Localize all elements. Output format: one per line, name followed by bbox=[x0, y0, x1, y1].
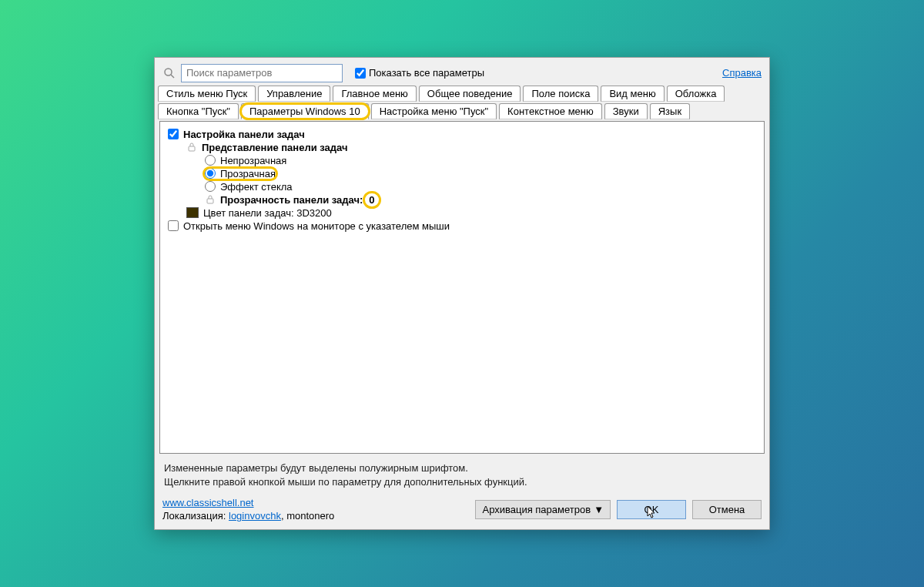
tabs-row-1: Стиль меню Пуск Управление Главное меню … bbox=[158, 86, 766, 102]
color-swatch[interactable] bbox=[186, 207, 199, 218]
tab-skin[interactable]: Обложка bbox=[667, 86, 725, 102]
help-link[interactable]: Справка bbox=[722, 67, 762, 79]
taskbar-settings-checkbox[interactable]: Настройка панели задач bbox=[168, 128, 756, 141]
ok-button[interactable]: OK bbox=[617, 500, 686, 519]
site-link[interactable]: www.classicshell.net bbox=[162, 497, 334, 508]
transparency-row[interactable]: Прозрачность панели задач: 0 bbox=[168, 193, 756, 206]
radio-glass-label: Эффект стекла bbox=[220, 181, 293, 193]
hint-line-1: Измененные параметры будут выделены полу… bbox=[164, 461, 760, 475]
hint-line-2: Щелкните правой кнопкой мыши по параметр… bbox=[164, 475, 760, 489]
top-bar: Показать все параметры Справка bbox=[155, 58, 769, 86]
taskbar-settings-label: Настройка панели задач bbox=[183, 129, 305, 140]
settings-window: Показать все параметры Справка Стиль мен… bbox=[154, 57, 770, 530]
search-icon bbox=[162, 66, 176, 80]
radio-transparent-row[interactable]: Прозрачная bbox=[168, 167, 756, 180]
svg-rect-3 bbox=[207, 199, 213, 203]
show-all-label: Показать все параметры bbox=[369, 67, 484, 79]
cancel-button[interactable]: Отмена bbox=[692, 500, 762, 519]
radio-opaque[interactable] bbox=[205, 155, 216, 166]
tab-windows10-settings[interactable]: Параметры Windows 10 bbox=[241, 103, 369, 119]
tab-context-menu[interactable]: Контекстное меню bbox=[499, 103, 602, 119]
taskbar-view-group: Представление панели задач bbox=[168, 141, 756, 154]
radio-glass[interactable] bbox=[205, 181, 216, 192]
lock-icon bbox=[186, 142, 197, 153]
svg-rect-2 bbox=[189, 146, 195, 151]
tab-main-menu[interactable]: Главное меню bbox=[333, 86, 416, 102]
tab-control[interactable]: Управление bbox=[258, 86, 330, 102]
tab-sounds[interactable]: Звуки bbox=[604, 103, 648, 119]
footer-buttons: Архивация параметров ▼ OK Отмена bbox=[475, 500, 762, 519]
footer: www.classicshell.net Локализация: loginv… bbox=[155, 494, 769, 529]
tab-start-button[interactable]: Кнопка "Пуск" bbox=[158, 103, 239, 119]
tab-menu-look[interactable]: Вид меню bbox=[601, 86, 664, 102]
open-on-monitor-checkbox[interactable] bbox=[168, 220, 179, 231]
open-on-monitor-row[interactable]: Открыть меню Windows на мониторе с указа… bbox=[168, 220, 756, 233]
tab-general-behavior[interactable]: Общее поведение bbox=[419, 86, 521, 102]
radio-transparent-label: Прозрачная bbox=[220, 168, 276, 179]
backup-dropdown[interactable]: Архивация параметров ▼ bbox=[475, 500, 611, 519]
localization-tail: , montonero bbox=[281, 510, 334, 522]
hint-text: Измененные параметры будут выделены полу… bbox=[155, 454, 769, 494]
tab-language[interactable]: Язык bbox=[650, 103, 690, 119]
show-all-checkbox[interactable]: Показать все параметры bbox=[355, 67, 484, 79]
ok-button-label: OK bbox=[644, 504, 659, 515]
taskbar-color-row[interactable]: Цвет панели задач: 3D3200 bbox=[168, 206, 756, 220]
backup-dropdown-label: Архивация параметров bbox=[482, 504, 591, 515]
tabs-row-2: Кнопка "Пуск" Параметры Windows 10 Настр… bbox=[158, 103, 766, 119]
radio-glass-row[interactable]: Эффект стекла bbox=[168, 180, 756, 193]
taskbar-view-label: Представление панели задач bbox=[202, 142, 348, 153]
transparency-label: Прозрачность панели задач: bbox=[220, 194, 363, 206]
svg-point-0 bbox=[165, 69, 172, 75]
localization-line: Локализация: loginvovchk, montonero bbox=[162, 510, 334, 522]
svg-line-1 bbox=[171, 75, 174, 78]
tab-start-menu-style[interactable]: Стиль меню Пуск bbox=[158, 86, 256, 102]
taskbar-settings-checkbox-input[interactable] bbox=[168, 129, 179, 139]
lock-icon bbox=[205, 194, 216, 205]
tab-start-menu-config[interactable]: Настройка меню "Пуск" bbox=[371, 103, 497, 119]
tab-search-box[interactable]: Поле поиска bbox=[523, 86, 598, 102]
settings-tree: Настройка панели задач Представление пан… bbox=[159, 121, 765, 454]
show-all-checkbox-input[interactable] bbox=[355, 68, 366, 79]
tabs: Стиль меню Пуск Управление Главное меню … bbox=[155, 86, 769, 119]
search-input[interactable] bbox=[181, 64, 343, 82]
footer-left: www.classicshell.net Локализация: loginv… bbox=[162, 497, 334, 522]
open-on-monitor-label: Открыть меню Windows на мониторе с указа… bbox=[183, 220, 450, 232]
taskbar-color-label: Цвет панели задач: 3D3200 bbox=[203, 207, 332, 219]
chevron-down-icon: ▼ bbox=[594, 504, 604, 515]
transparency-value: 0 bbox=[367, 194, 376, 206]
localization-author-link[interactable]: loginvovchk bbox=[229, 510, 281, 522]
radio-opaque-row[interactable]: Непрозрачная bbox=[168, 154, 756, 167]
radio-opaque-label: Непрозрачная bbox=[220, 155, 286, 166]
radio-transparent[interactable] bbox=[205, 168, 216, 179]
localization-prefix: Локализация: bbox=[162, 510, 226, 522]
